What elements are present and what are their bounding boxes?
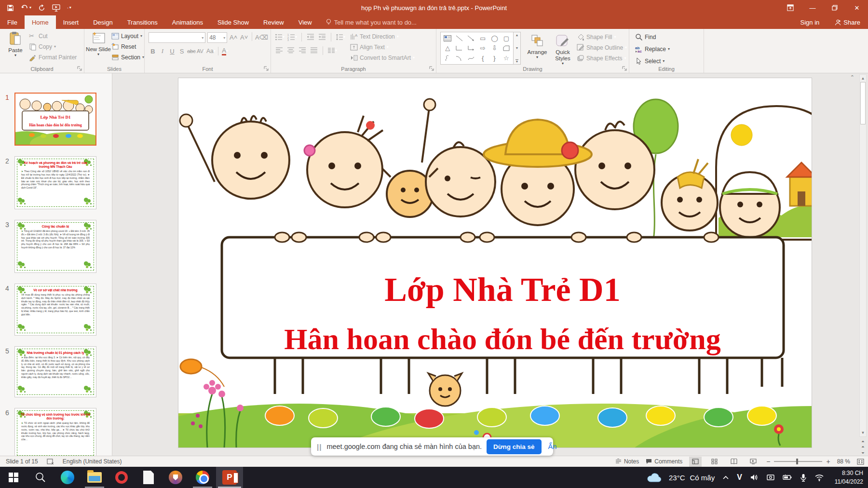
quick-styles-button[interactable]: Quick Styles ▾ (551, 32, 575, 67)
edge-icon[interactable] (54, 467, 81, 488)
shape-effects-button[interactable]: Shape Effects▾ (577, 54, 627, 63)
clock[interactable]: 8:30 CH 11/04/2022 (832, 469, 863, 486)
thumbnail-slide-2[interactable]: Kế hoạch và phương án đón và trả trẻ của… (14, 156, 96, 209)
zoom-out-icon[interactable]: − (766, 458, 770, 465)
bold-button[interactable]: B (149, 46, 157, 56)
layout-button[interactable]: Layout▾ (111, 32, 144, 41)
zoom-slider[interactable] (774, 461, 822, 462)
thumbnail-slide-3[interactable]: Công tác chuẩn bị ➤ Tổng số GV&NV đã tiê… (14, 220, 96, 273)
text-direction-button[interactable]: A Text Direction▾ (350, 32, 415, 41)
undo-icon[interactable]: ▾ (21, 4, 31, 11)
thumbnail-slide-1[interactable]: Lớp Nhà Trẻ D1 Hân hoan chào đón bé đến … (14, 93, 96, 146)
start-button[interactable] (0, 467, 27, 488)
tab-slideshow[interactable]: Slide Show (210, 15, 256, 29)
increase-font-size-button[interactable]: A˄ (229, 32, 238, 42)
clipboard-dialog-launcher-icon[interactable] (77, 66, 82, 71)
slide-canvas[interactable]: Lớp Nhà Trẻ D1 Hân hoan chào đón bé đến … (178, 78, 812, 447)
restore-button[interactable] (824, 0, 846, 15)
volume-icon[interactable] (750, 474, 759, 481)
reading-view-button[interactable] (728, 457, 740, 467)
reset-button[interactable]: Reset (111, 42, 144, 51)
file-explorer-icon[interactable] (81, 467, 108, 488)
collapse-ribbon-icon[interactable]: ⌃ (850, 74, 854, 81)
font-size-combobox[interactable]: 48▾ (207, 32, 227, 43)
language-indicator[interactable]: English (United States) (63, 458, 122, 465)
convert-smartart-button[interactable]: Convert to SmartArt▾ (350, 54, 415, 62)
thumbnail-slide-5[interactable]: Nhà trường chuẩn bị 01 phòng cách ly ➤ Đ… (14, 346, 96, 397)
tab-animations[interactable]: Animations (165, 15, 210, 29)
select-button[interactable]: Select▾ (635, 57, 704, 66)
thumbnail-slide-4[interactable]: Về cơ sở vật chất nhà trường Về mua đồ d… (14, 284, 96, 336)
ribbon-display-options-icon[interactable] (779, 0, 801, 15)
weather-text[interactable]: 23°C Có mây (669, 474, 715, 482)
tab-insert[interactable]: Insert (56, 15, 86, 29)
slide-editing-area[interactable]: ⌃ (112, 73, 868, 456)
format-painter-button[interactable]: Format Painter (29, 53, 77, 62)
tell-me-box[interactable]: Tell me what you want to do... (319, 15, 423, 29)
shape-gallery[interactable]: ▭ ◯ ▢ △ ⇨ ⇩ { } ☆ (440, 32, 514, 65)
line-spacing-button[interactable]: ▾ (336, 32, 345, 42)
slideshow-view-button[interactable] (747, 457, 760, 467)
drawing-dialog-launcher-icon[interactable] (622, 66, 627, 71)
taskbar-search-button[interactable] (27, 467, 54, 488)
shape-gallery-scroll[interactable]: ▲▼▼ (514, 32, 521, 65)
comments-button[interactable]: Comments (646, 458, 682, 465)
thumbnail-slide-6[interactable]: Tổ chức tổng vệ sinh trường học trước kh… (14, 408, 96, 456)
unikey-icon[interactable]: V (737, 473, 742, 482)
brave-icon[interactable] (162, 467, 189, 488)
close-button[interactable]: ✕ (846, 0, 868, 15)
clear-formatting-button[interactable]: A⌫ (256, 32, 268, 42)
wifi-icon[interactable] (814, 474, 824, 481)
italic-button[interactable]: I (158, 46, 167, 56)
scroll-down-icon[interactable]: ▼ (861, 429, 865, 436)
zoom-level[interactable]: 88 % (837, 458, 850, 465)
zoom-in-icon[interactable]: + (826, 458, 830, 465)
character-spacing-button[interactable]: AV▾ (197, 46, 205, 56)
paragraph-dialog-launcher-icon[interactable] (429, 66, 434, 71)
align-text-button[interactable]: Align Text▾ (350, 43, 415, 52)
screen-share-icon[interactable] (766, 474, 775, 481)
start-slideshow-icon[interactable] (52, 4, 60, 12)
normal-view-button[interactable] (689, 457, 702, 467)
tab-file[interactable]: File (0, 15, 25, 29)
justify-button[interactable] (310, 46, 318, 55)
bullets-button[interactable]: ▾ (275, 32, 285, 42)
shape-fill-button[interactable]: Shape Fill▾ (577, 33, 627, 41)
arrange-button[interactable]: Arrange ▾ (524, 32, 551, 67)
previous-slide-button[interactable]: ⏶⏶ (859, 439, 867, 449)
tab-view[interactable]: View (291, 15, 319, 29)
decrease-indent-button[interactable] (306, 32, 315, 42)
decrease-font-size-button[interactable]: A˅ (240, 32, 248, 42)
powerpoint-taskbar-icon[interactable]: P (216, 467, 243, 488)
copy-button[interactable]: Copy▾ (29, 42, 77, 51)
battery-icon[interactable] (783, 474, 792, 481)
weather-cloud-icon[interactable] (647, 472, 661, 483)
cut-button[interactable]: ✂Cut (29, 32, 77, 41)
sign-in-link[interactable]: Sign in (793, 15, 827, 29)
underline-button[interactable]: U (168, 46, 176, 56)
shadow-button[interactable]: S (177, 46, 186, 56)
minimize-button[interactable]: — (801, 0, 824, 15)
strikethrough-button[interactable]: abc (187, 46, 196, 56)
tray-chevron-icon[interactable] (722, 475, 729, 480)
font-name-combobox[interactable]: ▾ (149, 32, 205, 43)
redo-icon[interactable] (38, 4, 45, 12)
notes-button[interactable]: Notes (615, 458, 639, 465)
tab-design[interactable]: Design (86, 15, 120, 29)
share-button[interactable]: Share (827, 15, 868, 29)
customize-qat-icon[interactable]: ⸱▾ (67, 5, 71, 11)
replace-button[interactable]: abac Replace▾ (635, 45, 704, 54)
opera-icon[interactable] (108, 467, 135, 488)
find-button[interactable]: Find (635, 33, 704, 41)
stop-sharing-button[interactable]: Dừng chia sẻ (487, 439, 542, 454)
increase-indent-button[interactable] (318, 32, 326, 42)
zoom-slider-thumb[interactable] (796, 459, 798, 464)
slide-title-line2[interactable]: Hân hoan chào đón bé đến trường (284, 323, 720, 355)
align-right-button[interactable] (298, 46, 307, 55)
vertical-scrollbar[interactable]: ▲ ▼ (859, 74, 867, 437)
columns-button[interactable]: ▾ (327, 46, 337, 55)
shape-outline-button[interactable]: Shape Outline▾ (577, 43, 627, 52)
section-button[interactable]: Section▾ (111, 53, 144, 62)
tab-transitions[interactable]: Transitions (120, 15, 165, 29)
save-icon[interactable] (7, 4, 14, 12)
